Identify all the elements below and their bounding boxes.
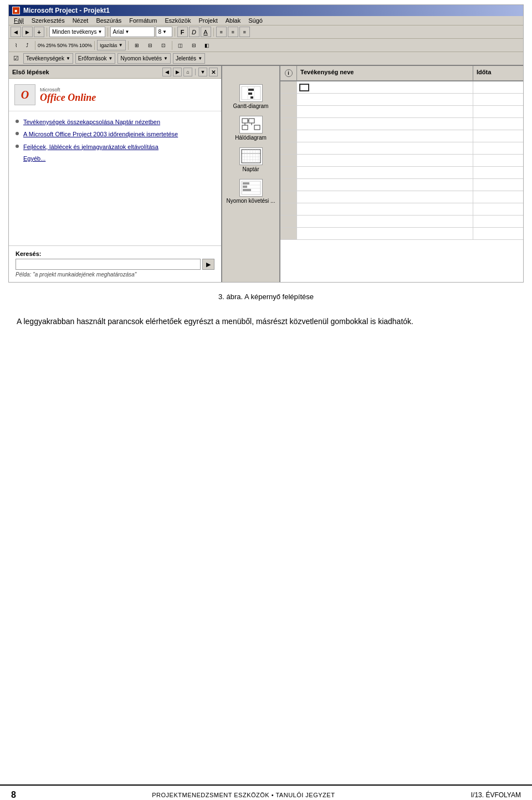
tb2-icon2[interactable]: ⊟	[144, 40, 156, 50]
svg-rect-6	[242, 119, 248, 123]
menu-projekt[interactable]: Projekt	[196, 17, 220, 24]
igazitas-label: Igazítás	[100, 43, 117, 48]
align-center-button[interactable]: ≡	[228, 27, 238, 37]
gantt-view-icon	[239, 84, 263, 102]
tb2-icon3[interactable]: ⊡	[157, 40, 170, 50]
pane-pin-btn[interactable]: ▼	[198, 68, 207, 76]
back-button[interactable]: ◀	[11, 27, 21, 37]
view-tracking[interactable]: Nyomon követési ...	[222, 176, 279, 207]
row1-time	[473, 81, 523, 93]
link-text-3[interactable]: Fejlécek, láblécek és jelmagyarázatok el…	[23, 143, 158, 151]
link-item-2[interactable]: A Microsoft Office Project 2003 időrendj…	[16, 128, 214, 140]
view-gantt[interactable]: Gantt-diagram	[222, 81, 279, 112]
resources-dropdown[interactable]: Erőforrások ▼	[75, 53, 116, 64]
view-dropdown[interactable]: Minden tevékenys ▼	[49, 27, 105, 37]
svg-rect-5	[250, 96, 253, 99]
menu-sugo[interactable]: Súgó	[245, 17, 265, 24]
page-number: 8	[11, 790, 16, 800]
bullet-1	[16, 120, 19, 123]
app-titlebar: ■ Microsoft Project - Projekt1	[9, 5, 523, 16]
grid-row-2	[280, 94, 523, 106]
menu-beszuras[interactable]: Beszúrás	[93, 17, 124, 24]
view-calendar[interactable]: Naptár	[222, 145, 279, 175]
svg-rect-28	[243, 186, 247, 188]
toolbar-sep4	[213, 28, 214, 37]
report-label: Jelentés	[176, 55, 196, 61]
task-box-indicator	[299, 84, 309, 91]
task-links-area: Tevékenységek összekapcsolása Naptár néz…	[9, 111, 221, 245]
forward-button[interactable]: ▶	[22, 27, 33, 37]
figure-caption: 3. ábra. A képernyő felépítése	[17, 293, 515, 301]
tb2-btn1[interactable]: ⌇	[11, 40, 21, 50]
caption-section: 3. ábra. A képernyő felépítése	[0, 287, 532, 315]
menu-eszkozok[interactable]: Eszközök	[162, 17, 193, 24]
row1-name[interactable]	[297, 81, 473, 93]
egyeb-link[interactable]: Egyéb...	[23, 153, 214, 164]
grid-row-6	[280, 142, 523, 155]
app-menubar: Fájl Szerkesztés Nézet Beszúrás Formátum…	[9, 16, 523, 25]
menu-fajl[interactable]: Fájl	[11, 17, 27, 24]
page-footer: 8 PROJEKTMENEDZSMENT ESZKÖZÖK • TANULÓI …	[0, 784, 532, 800]
plus-button[interactable]: +	[34, 27, 44, 37]
search-input[interactable]	[16, 259, 201, 270]
grid-header-name-col: Tevékenység neve	[297, 66, 473, 80]
menu-nezet[interactable]: Nézet	[70, 17, 91, 24]
svg-rect-27	[243, 182, 249, 184]
menu-ablak[interactable]: Ablak	[223, 17, 244, 24]
menu-szerkesztes[interactable]: Szerkesztés	[29, 17, 68, 24]
grid-rows-container	[280, 81, 523, 282]
link-text-2[interactable]: A Microsoft Office Project 2003 időrendj…	[23, 130, 178, 138]
toolbar-row2: ⌇ ⤴ 0% 25% 50% 75% 100% Igazítás ▼ ⊞ ⊟ ⊡…	[9, 39, 523, 52]
footer-right-text: I/13. ÉVFOLYAM	[471, 791, 521, 799]
igazitas-btn[interactable]: Igazítás ▼	[97, 40, 125, 50]
link-text-1[interactable]: Tevékenységek összekapcsolása Naptár néz…	[23, 118, 160, 126]
task-pane: Első lépések ◀ ▶ ⌂ ▼ ✕ O	[9, 66, 222, 282]
bold-button[interactable]: F	[177, 27, 188, 37]
tasks-dropdown[interactable]: Tevékenységek ▼	[23, 53, 73, 64]
search-row: ▶	[16, 259, 214, 270]
tracking-view-icon	[239, 179, 263, 197]
view-dropdown-label: Minden tevékenys	[52, 29, 97, 35]
svg-rect-8	[254, 125, 260, 130]
igazitas-arrow: ▼	[119, 43, 123, 48]
pane-forward-btn[interactable]: ▶	[173, 68, 182, 76]
report-dropdown[interactable]: Jelentés ▼	[173, 53, 205, 64]
pane-close-btn[interactable]: ✕	[209, 68, 218, 76]
tracking-dropdown[interactable]: Nyomon követés ▼	[117, 53, 170, 64]
link-item-1[interactable]: Tevékenységek összekapcsolása Naptár néz…	[16, 116, 214, 128]
pane-back-btn[interactable]: ◀	[162, 68, 171, 76]
grid-row-13	[280, 228, 523, 240]
pct0: 0%	[38, 43, 45, 48]
svg-rect-9	[242, 125, 248, 130]
menu-formatum[interactable]: Formátum	[126, 17, 160, 24]
font-size-dropdown[interactable]: 8 ▼	[156, 27, 172, 37]
pane-home-btn[interactable]: ⌂	[183, 68, 192, 76]
tracking-arrow: ▼	[163, 56, 168, 61]
bullet-3	[16, 145, 19, 148]
view-network[interactable]: Hálódiagram	[222, 113, 279, 143]
search-go-button[interactable]: ▶	[202, 259, 214, 270]
grid-row-8	[280, 167, 523, 179]
align-right-button[interactable]: ≡	[239, 27, 250, 37]
toolbar-row3: ☑ Tevékenységek ▼ Erőforrások ▼ Nyomon k…	[9, 52, 523, 66]
italic-button[interactable]: D	[189, 27, 200, 37]
tb2-gantt2[interactable]: ⊟	[188, 40, 200, 50]
link-item-3[interactable]: Fejlécek, láblécek és jelmagyarázatok el…	[16, 141, 214, 153]
underline-button[interactable]: A	[201, 27, 211, 37]
grid-row-5	[280, 130, 523, 142]
tb2-gantt3[interactable]: ◧	[201, 40, 213, 50]
check-btn[interactable]: ☑	[11, 53, 21, 64]
grid-row-9	[280, 179, 523, 191]
font-dropdown[interactable]: Arial ▼	[110, 27, 155, 37]
toolbar-sep6	[94, 41, 95, 50]
grid-row-1	[280, 81, 523, 94]
tb2-icon1[interactable]: ⊞	[131, 40, 143, 50]
info-icon: i	[285, 69, 293, 77]
body-text-area: A leggyakrabban használt parancsok elérh…	[0, 315, 499, 339]
tb2-btn2[interactable]: ⤴	[22, 40, 33, 50]
grid-header-info-col: i	[280, 66, 297, 80]
align-left-button[interactable]: ≡	[216, 27, 227, 37]
toolbar-sep7	[128, 41, 129, 50]
tb2-gantt1[interactable]: ◫	[175, 40, 187, 50]
pct50: 50%	[57, 43, 67, 48]
